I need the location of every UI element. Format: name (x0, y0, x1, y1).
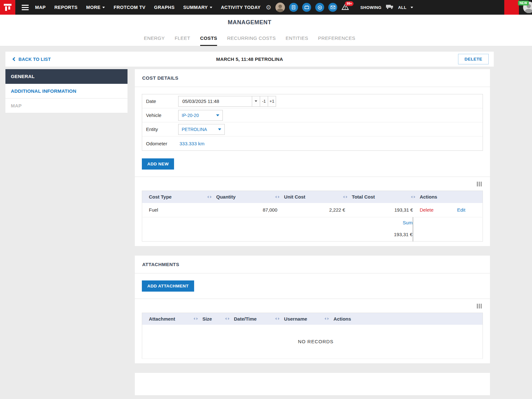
col-actions: Actions (413, 191, 483, 203)
gear-icon[interactable]: ⚙ (266, 4, 272, 11)
vehicle-value: IP-20-20 (182, 113, 199, 118)
col-attachment-label: Attachment (149, 316, 175, 322)
attachments-table: Attachment Size Date/Time Username Actio… (142, 313, 483, 359)
date-picker-button[interactable] (252, 96, 260, 107)
main-menu: MAP REPORTS MORE FROTCOM TV GRAPHS SUMMA… (35, 5, 261, 10)
page-title: MANAGEMENT (228, 19, 272, 25)
date-row: Date -1 +1 (142, 94, 483, 108)
tab-energy[interactable]: ENERGY (144, 30, 165, 46)
attachments-card: ATTACHMENTS ADD ATTACHMENT Attachmen (135, 256, 490, 363)
row-edit-link[interactable]: Edit (457, 207, 465, 213)
cell-quantity: 87,000 (209, 203, 277, 217)
sort-icon[interactable] (411, 196, 415, 198)
add-new-button[interactable]: ADD NEW (142, 158, 174, 170)
user-avatar[interactable] (275, 3, 285, 12)
nav-item-frotcom-tv[interactable]: FROTCOM TV (113, 5, 145, 10)
vehicle-dropdown[interactable]: IP-20-20 (178, 110, 223, 121)
content-area: BACK TO LIST MARCH 5, 11:48 PETROLINA DE… (0, 46, 532, 395)
avatar-silhouette-icon (275, 3, 285, 12)
col-size[interactable]: Size (196, 313, 227, 325)
entity-dropdown[interactable]: PETROLINA (178, 124, 225, 135)
nav-item-activity-today[interactable]: ACTIVITY TODAY (221, 5, 261, 10)
nav-item-graphs-label: GRAPHS (154, 5, 174, 10)
odometer-value[interactable]: 333.333 km (178, 141, 204, 146)
frotcom-logo[interactable] (0, 0, 15, 15)
target-icon[interactable] (315, 3, 324, 12)
tab-fleet[interactable]: FLEET (175, 30, 190, 46)
cell-total-cost: 193,31 € (345, 203, 413, 217)
chevron-down-icon[interactable] (411, 7, 413, 8)
sort-icon[interactable] (275, 317, 280, 320)
tabs-band: ENERGY FLEET COSTS RECURRING COSTS ENTIT… (0, 30, 532, 46)
date-input[interactable] (178, 96, 252, 107)
column-chooser-icon[interactable] (476, 181, 482, 187)
date-label: Date (146, 98, 178, 104)
column-chooser-icon[interactable] (476, 303, 482, 309)
delete-record-button[interactable]: DELETE (458, 54, 489, 64)
entity-label: Entity (146, 127, 178, 132)
col-attachment-actions: Actions (327, 313, 483, 325)
nav-item-reports[interactable]: REPORTS (54, 5, 77, 10)
chevron-down-icon (218, 128, 221, 130)
col-total-cost-label: Total Cost (352, 194, 375, 200)
col-unit-cost[interactable]: Unit Cost (277, 191, 345, 203)
col-quantity[interactable]: Quantity (209, 191, 277, 203)
truck-icon[interactable] (386, 4, 394, 11)
sum-link-cell: Sum (345, 217, 413, 228)
cost-details-title: COST DETAILS (135, 69, 490, 87)
showing-label: SHOWING (360, 5, 381, 10)
back-to-list-link[interactable]: BACK TO LIST (5, 57, 51, 62)
new-badge: NEW (518, 1, 529, 5)
hamburger-menu-icon[interactable] (22, 5, 29, 10)
record-sidebar: GENERAL ADDITIONAL INFORMATION MAP (5, 69, 128, 113)
alerts-icon[interactable]: 99+ (341, 4, 349, 11)
entity-value: PETROLINA (182, 127, 207, 132)
col-actions-label: Actions (420, 194, 437, 200)
chevron-down-icon (102, 7, 105, 8)
row-delete-link[interactable]: Delete (420, 207, 434, 213)
col-username[interactable]: Username (277, 313, 327, 325)
nav-item-more[interactable]: MORE (86, 5, 105, 10)
date-minus-one-button[interactable]: -1 (260, 96, 268, 107)
no-records-row: NO RECORDS (142, 325, 483, 359)
tab-preferences[interactable]: PREFERENCES (318, 30, 355, 46)
sort-icon[interactable] (324, 317, 329, 320)
nav-item-graphs[interactable]: GRAPHS (154, 5, 174, 10)
cost-table-row: Fuel 87,000 2,222 € 193,31 € Delete Edit (142, 203, 483, 217)
tab-costs[interactable]: COSTS (200, 30, 217, 46)
col-total-cost[interactable]: Total Cost (345, 191, 413, 203)
entity-row: Entity PETROLINA (142, 122, 483, 136)
cost-table: Cost Type Quantity Unit Cost Total Cost … (142, 191, 483, 242)
nav-item-more-label: MORE (86, 5, 100, 10)
fleet-filter-value[interactable]: ALL (398, 5, 406, 10)
col-attachment[interactable]: Attachment (142, 313, 196, 325)
cell-actions: Delete Edit (413, 203, 483, 217)
sort-icon[interactable] (343, 196, 347, 198)
nav-item-map-label: MAP (35, 5, 46, 10)
management-tabs: ENERGY FLEET COSTS RECURRING COSTS ENTIT… (0, 30, 499, 46)
frotcom-logo-glyph (4, 4, 12, 11)
nav-item-activity-today-label: ACTIVITY TODAY (221, 5, 261, 10)
sum-link[interactable]: Sum (403, 220, 412, 225)
add-attachment-button[interactable]: ADD ATTACHMENT (142, 280, 194, 292)
sort-icon[interactable] (225, 317, 230, 320)
tab-entities[interactable]: ENTITIES (286, 30, 308, 46)
sort-icon[interactable] (207, 196, 212, 198)
navbar-right: ⚙ 99+ SHOWING (266, 0, 532, 15)
nav-item-map[interactable]: MAP (35, 5, 46, 10)
vehicle-row: Vehicle IP-20-20 (142, 108, 483, 122)
date-plus-one-button[interactable]: +1 (268, 96, 276, 107)
col-cost-type[interactable]: Cost Type (142, 191, 210, 203)
document-icon[interactable] (289, 3, 298, 12)
nav-item-summary[interactable]: SUMMARY (183, 5, 212, 10)
sort-icon[interactable] (193, 317, 198, 320)
tv-icon[interactable] (302, 3, 311, 12)
tab-recurring-costs[interactable]: RECURRING COSTS (227, 30, 276, 46)
col-date-time[interactable]: Date/Time (227, 313, 277, 325)
brand-red-block[interactable] (504, 0, 519, 15)
sidebar-item-general[interactable]: GENERAL (5, 69, 128, 84)
sort-icon[interactable] (275, 196, 280, 198)
odometer-row: Odometer 333.333 km (142, 136, 483, 150)
sidebar-item-additional-information[interactable]: ADDITIONAL INFORMATION (5, 84, 128, 98)
mail-icon[interactable] (328, 3, 337, 12)
